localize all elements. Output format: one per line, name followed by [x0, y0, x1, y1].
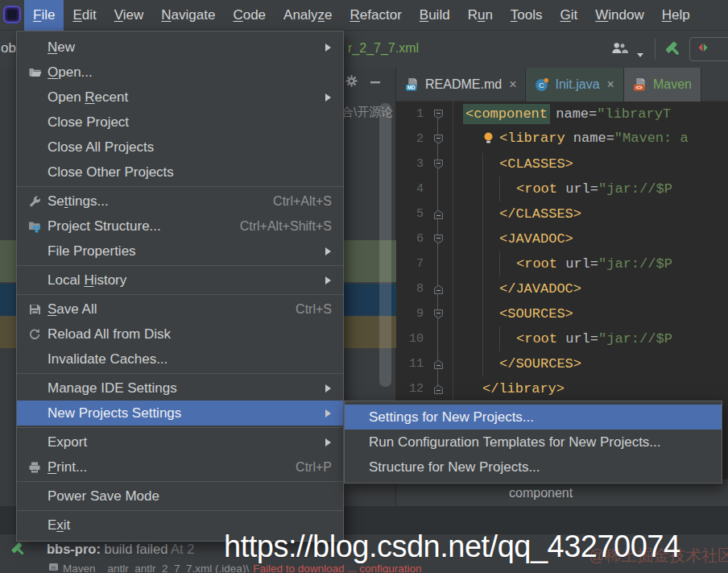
fold-end-icon[interactable]: [432, 359, 445, 369]
code-token: name: [573, 131, 606, 146]
code-token: </CLASSES>: [499, 206, 581, 222]
code-token: </JAVADOC>: [499, 281, 581, 297]
menu-item-local-history[interactable]: Local History: [17, 268, 343, 293]
submenu-item-run-configuration-templates-for-new-projects[interactable]: Run Configuration Templates for New Proj…: [345, 430, 722, 455]
code-line: 7<root url="jar://$P: [396, 251, 728, 276]
users-icon[interactable]: [610, 41, 629, 59]
menu-item-new-projects-settings[interactable]: New Projects Settings: [17, 401, 343, 426]
code-token: <root: [516, 256, 557, 272]
submenu-arrow-icon: [325, 409, 337, 417]
tab-init-java[interactable]: CInit.java×: [526, 68, 623, 102]
new-projects-settings-submenu: Settings for New Projects...Run Configur…: [344, 401, 722, 484]
code-token: [565, 131, 573, 146]
code-line: 6<JAVADOC>: [396, 226, 728, 251]
fold-start-icon[interactable]: [432, 160, 445, 169]
run-configuration-select[interactable]: [689, 37, 728, 61]
fold-start-icon[interactable]: [432, 235, 445, 244]
menu-separator: [17, 265, 343, 266]
menubar-item-tools[interactable]: Tools: [502, 0, 552, 31]
chevron-down-icon[interactable]: [636, 47, 644, 61]
menu-item-label: New Projects Settings: [48, 405, 325, 421]
build-hammer-icon[interactable]: [662, 38, 683, 62]
code-token: "Maven: a: [614, 131, 689, 146]
menu-item-close-other-projects[interactable]: Close Other Projects: [17, 160, 343, 185]
tab-maven[interactable]: <>Maven: [624, 68, 701, 102]
intention-bulb-icon[interactable]: [482, 131, 499, 148]
tab-readme-md[interactable]: MDREADME.md×: [396, 68, 526, 102]
app-logo-icon[interactable]: [3, 6, 21, 23]
gear-icon[interactable]: [345, 75, 358, 90]
menubar-item-run[interactable]: Run: [459, 0, 502, 31]
code-token: [557, 331, 565, 347]
code-text: <SOURCES>: [453, 306, 573, 322]
breadcrumb-item-component[interactable]: component: [509, 486, 573, 500]
code-token: "jar://$P: [598, 331, 672, 347]
menu-item-label: Power Save Mode: [48, 488, 337, 504]
fold-start-icon[interactable]: [432, 309, 445, 319]
menubar-item-window[interactable]: Window: [586, 0, 652, 31]
build-status-hammer-icon: [8, 539, 27, 562]
code-token: "libraryT: [597, 106, 671, 122]
code-token: <root: [516, 331, 557, 347]
menu-item-open[interactable]: Open...: [17, 60, 343, 85]
menu-item-file-properties[interactable]: File Properties: [17, 239, 343, 264]
menu-item-label: Run Configuration Templates for New Proj…: [369, 434, 715, 451]
navbar-file-name[interactable]: r_2_7_7.xml: [348, 41, 419, 56]
menu-item-export[interactable]: Export: [17, 430, 343, 455]
line-number: 11: [396, 357, 432, 371]
menu-item-label: Reload All from Disk: [48, 326, 337, 343]
menu-item-new[interactable]: New: [17, 35, 343, 60]
close-tab-icon[interactable]: ×: [607, 77, 614, 92]
submenu-item-settings-for-new-projects[interactable]: Settings for New Projects...: [345, 405, 722, 430]
submenu-arrow-icon: [325, 247, 337, 255]
menu-item-save-all[interactable]: Save AllCtrl+S: [17, 297, 343, 322]
menu-item-close-project[interactable]: Close Project: [17, 110, 343, 135]
code-text: <component name="libraryT: [453, 106, 671, 122]
project-scrollbar[interactable]: [379, 103, 391, 387]
menu-item-label: Close Project: [48, 114, 337, 131]
menubar-item-view[interactable]: View: [105, 0, 153, 31]
menubar-item-analyze[interactable]: Analyze: [275, 0, 341, 31]
menubar-item-git[interactable]: Git: [552, 0, 587, 31]
menubar-item-code[interactable]: Code: [224, 0, 275, 31]
menu-item-open-recent[interactable]: Open Recent: [17, 85, 343, 110]
close-tab-icon[interactable]: ×: [509, 77, 516, 92]
menubar-item-file[interactable]: File: [24, 0, 64, 31]
menu-item-shortcut: Ctrl+S: [296, 302, 332, 317]
submenu-item-structure-for-new-projects[interactable]: Structure for New Projects...: [345, 455, 722, 480]
fold-start-icon[interactable]: [432, 135, 445, 144]
line-number: 10: [396, 332, 432, 346]
menu-separator: [17, 186, 343, 187]
menubar-item-help[interactable]: Help: [653, 0, 699, 31]
submenu-arrow-icon: [325, 384, 337, 392]
svg-text:<>: <>: [635, 85, 642, 91]
code-line: 5</CLASSES>: [396, 201, 728, 226]
menubar-item-navigate[interactable]: Navigate: [152, 0, 224, 31]
menu-separator: [17, 481, 343, 482]
menu-item-settings[interactable]: Settings...Ctrl+Alt+S: [17, 189, 343, 214]
code-line: 11</SOURCES>: [396, 351, 728, 376]
menubar-item-build[interactable]: Build: [411, 0, 459, 31]
fold-end-icon[interactable]: [432, 384, 445, 394]
fold-start-icon[interactable]: [432, 110, 445, 119]
menu-bar-items: FileEditViewNavigateCodeAnalyzeRefactorB…: [24, 0, 699, 31]
menu-item-close-all-projects[interactable]: Close All Projects: [17, 135, 343, 160]
menu-item-manage-ide-settings[interactable]: Manage IDE Settings: [17, 376, 343, 401]
menu-item-reload-all-from-disk[interactable]: Reload All from Disk: [17, 322, 343, 347]
menubar-item-edit[interactable]: Edit: [64, 0, 105, 31]
svg-text:MD: MD: [407, 85, 416, 90]
menu-item-project-structure[interactable]: Project Structure...Ctrl+Alt+Shift+S: [17, 214, 343, 239]
menu-item-invalidate-caches[interactable]: Invalidate Caches...: [17, 347, 343, 372]
maven-file-icon: m: [48, 562, 59, 573]
menu-item-power-save-mode[interactable]: Power Save Mode: [17, 484, 343, 509]
menu-item-shortcut: Ctrl+Alt+Shift+S: [240, 219, 332, 234]
menu-item-label: Save All: [48, 301, 296, 318]
minimize-icon[interactable]: [370, 77, 381, 91]
menu-item-print[interactable]: Print...Ctrl+P: [17, 455, 343, 480]
menu-separator: [17, 510, 343, 511]
fold-end-icon[interactable]: [432, 284, 445, 294]
fold-end-icon[interactable]: [432, 210, 445, 219]
menu-item-label: Export: [48, 434, 325, 451]
code-token: [557, 256, 565, 272]
menubar-item-refactor[interactable]: Refactor: [341, 0, 411, 31]
